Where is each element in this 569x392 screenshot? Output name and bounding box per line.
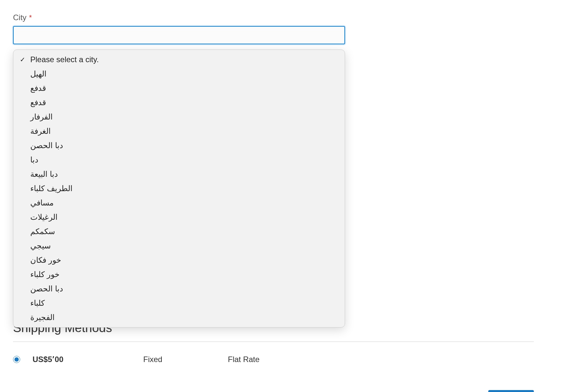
next-button[interactable]: Next xyxy=(488,390,534,392)
city-option[interactable]: خور كلباء xyxy=(13,267,345,282)
city-option[interactable]: دبا xyxy=(13,153,345,167)
city-option[interactable]: دبا البيعة xyxy=(13,167,345,181)
city-option[interactable]: الفرفار xyxy=(13,110,345,124)
shipping-divider xyxy=(13,342,534,342)
city-dropdown-panel: Please select a city. الهيل قدفع قدفع ال… xyxy=(13,49,345,328)
city-option[interactable]: قدفع xyxy=(13,95,345,110)
city-option[interactable]: الرغيلات xyxy=(13,210,345,224)
shipping-method-name: Fixed xyxy=(143,355,228,364)
city-option[interactable]: قدفع xyxy=(13,81,345,95)
city-option[interactable]: خور فكان xyxy=(13,253,345,267)
city-option[interactable]: دبا الحصن xyxy=(13,138,345,153)
required-asterisk: * xyxy=(29,13,32,22)
city-option[interactable]: الغرفة xyxy=(13,124,345,138)
city-option[interactable]: كلباء xyxy=(13,296,345,310)
shipping-method-row[interactable]: US$5٬00 Fixed Flat Rate xyxy=(13,355,534,371)
city-option-placeholder[interactable]: Please select a city. xyxy=(13,52,345,67)
shipping-method-radio[interactable] xyxy=(13,356,20,363)
city-field-label: City * xyxy=(13,13,534,22)
city-label-text: City xyxy=(13,13,26,22)
city-option[interactable]: الفجيرة xyxy=(13,310,345,325)
city-option[interactable]: سيجي xyxy=(13,239,345,253)
city-option[interactable]: مسافي xyxy=(13,196,345,210)
shipping-price: US$5٬00 xyxy=(33,355,143,364)
city-option[interactable]: الهيل xyxy=(13,67,345,81)
city-option[interactable]: الطريف كلباء xyxy=(13,181,345,196)
city-option[interactable]: سكمكم xyxy=(13,224,345,239)
city-select[interactable] xyxy=(13,26,345,44)
shipping-carrier-name: Flat Rate xyxy=(228,355,259,364)
city-option[interactable]: دبا الحصن xyxy=(13,282,345,296)
